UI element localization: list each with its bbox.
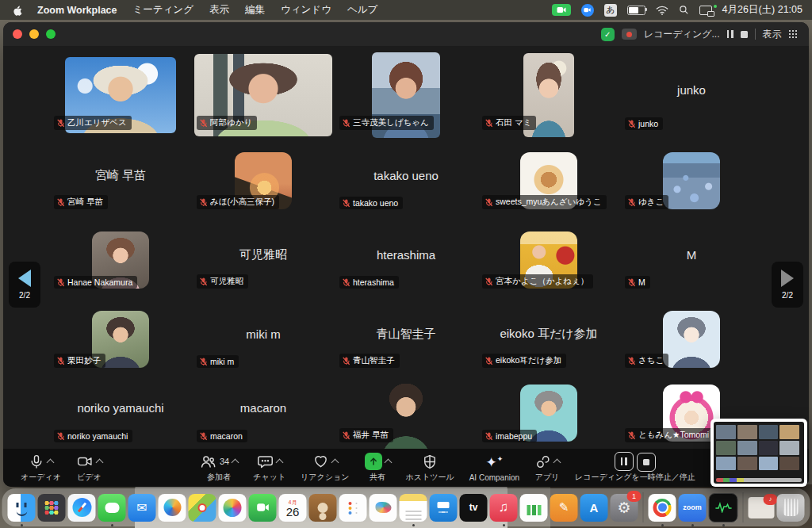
chevron-up-icon[interactable] (47, 459, 55, 467)
participant-tile[interactable]: macaronmacaron (192, 379, 335, 447)
recording-indicator-icon (622, 29, 637, 40)
calendar-day: 26 (286, 506, 300, 518)
dock-icon-safari[interactable] (68, 494, 96, 522)
menu-window[interactable]: ウィンドウ (281, 3, 331, 17)
participant-nameplate: 宮本かよこ（かよねぇ） (482, 274, 593, 289)
menubar-clock[interactable]: 4月26日(土) 21:05 (722, 3, 802, 17)
participant-tile[interactable]: hterashimahterashima (335, 220, 477, 300)
menubar-app-name[interactable]: Zoom Workplace (37, 5, 117, 16)
chevron-up-icon[interactable] (553, 459, 561, 467)
participant-tile[interactable]: 乙川エリザベス (49, 49, 192, 141)
dock-icon-freeform[interactable] (370, 494, 397, 522)
toolbar-apps-button[interactable]: アプリ (534, 453, 560, 483)
participant-tile[interactable]: 宮崎 早苗宮崎 早苗 (49, 141, 192, 220)
dock-icon-photos[interactable] (219, 494, 247, 522)
participant-tile[interactable]: ゆきこ (620, 141, 763, 220)
dock-icon-numbers[interactable] (520, 494, 548, 522)
dock-icon-pages[interactable]: ✎ (550, 494, 578, 522)
participant-tile[interactable]: みほ(小高三保子) (192, 141, 335, 220)
dock-icon-trash[interactable] (777, 494, 805, 522)
participant-tile[interactable]: 阿部ゆかり (192, 49, 335, 141)
participant-tile[interactable]: 三寺茂美しげちゃん (335, 49, 477, 141)
participant-tile[interactable]: 栗田妙子 (49, 300, 192, 379)
view-button-label[interactable]: 表示 (763, 28, 782, 41)
menu-help[interactable]: ヘルプ (347, 3, 377, 17)
participant-tile[interactable]: sweets_myuあんざいゆうこ (477, 141, 620, 220)
close-window-button[interactable] (13, 29, 22, 39)
apple-menu-icon[interactable] (13, 4, 23, 16)
participant-tile[interactable]: 青山智圭子青山智圭子 (335, 300, 477, 379)
toolbar-chat-button[interactable]: チャット (253, 453, 285, 483)
dock-icon-mail[interactable]: ✉ (128, 494, 156, 522)
dock-icon-app-store[interactable]: A (580, 494, 608, 522)
chevron-up-icon[interactable] (95, 459, 103, 467)
previous-page-button[interactable]: 2/2 (9, 262, 40, 308)
input-method-icon[interactable]: あ (604, 4, 617, 17)
participant-tile[interactable]: MM (620, 220, 763, 300)
dock-icon-calendar[interactable]: 4月26 (279, 494, 307, 522)
menu-meeting[interactable]: ミーティング (132, 3, 193, 17)
dock-icon-music[interactable]: ♫ (490, 494, 518, 522)
battery-icon[interactable] (627, 6, 645, 15)
dock-icon-downloads[interactable]: ♪ (749, 497, 775, 518)
dock-icon-keynote[interactable] (430, 494, 458, 522)
menu-view[interactable]: 表示 (209, 3, 229, 17)
participant-tile[interactable]: 宮本かよこ（かよねぇ） (477, 220, 620, 300)
minimize-window-button[interactable] (29, 29, 39, 39)
dock-icon-apple-tv[interactable]: tv (460, 494, 488, 522)
meeting-security-shield-icon[interactable]: ✓ (601, 28, 615, 41)
participant-tile[interactable]: imabeppu (477, 379, 620, 447)
chevron-up-icon[interactable] (232, 459, 239, 467)
dock-icon-facetime[interactable] (249, 494, 277, 522)
dock-icon-zoom[interactable]: zoom (679, 494, 707, 522)
participant-nameplate: takako ueno (339, 197, 403, 209)
dock-icon-maps[interactable] (189, 494, 216, 522)
dock-icon-launchpad[interactable] (38, 494, 66, 522)
participant-tile[interactable]: 福井 早苗 (335, 379, 477, 447)
screenshot-preview[interactable] (710, 419, 807, 487)
dock-icon-chrome[interactable] (649, 494, 676, 522)
participant-tile[interactable]: junkojunko (620, 49, 763, 141)
pause-recording-icon[interactable] (727, 30, 733, 38)
muted-mic-icon (628, 277, 635, 287)
screen-mirroring-icon[interactable] (699, 6, 712, 15)
chevron-up-icon[interactable] (331, 459, 339, 467)
dock-icon-settings[interactable]: ⚙1 (611, 494, 638, 522)
camera-active-icon[interactable] (552, 4, 571, 16)
toolbar-sparkle-button[interactable]: ✦✦AI Companion (469, 454, 519, 482)
participant-tile[interactable]: さちこ (620, 300, 763, 379)
dock-icon-messages[interactable] (98, 494, 126, 522)
participant-display-name: hterashima (377, 248, 435, 262)
next-page-button[interactable]: 2/2 (772, 262, 803, 308)
toolbar-microphone-button[interactable]: オーディオ (21, 453, 61, 483)
toolbar-shield-button[interactable]: ホストツール (406, 453, 454, 483)
dock-icon-activity[interactable] (709, 493, 738, 522)
participant-tile[interactable]: 石田 マミ (477, 49, 620, 141)
wifi-icon[interactable] (656, 6, 668, 15)
zoom-status-icon[interactable] (581, 4, 594, 17)
toolbar-heart-button[interactable]: リアクション (301, 453, 349, 483)
participant-tile[interactable]: Hanae Nakamura (49, 220, 192, 300)
dock-icon-finder[interactable] (8, 494, 36, 522)
dock-icon-reminders[interactable] (339, 494, 367, 522)
toolbar-share-button[interactable]: 共有 (365, 453, 391, 483)
participant-tile[interactable]: 可児雅昭可児雅昭 (192, 220, 335, 300)
participant-nameplate: Hanae Nakamura (54, 276, 137, 289)
participant-tile[interactable]: takako uenotakako ueno (335, 141, 477, 220)
fullscreen-window-button[interactable] (46, 29, 56, 39)
participant-tile[interactable]: noriko yamauchinoriko yamauchi (49, 379, 192, 447)
participant-tile[interactable]: eikoko 耳だけ参加eikoko耳だけ参加 (477, 300, 620, 379)
toolbar-video-camera-button[interactable]: ビデオ (76, 453, 102, 483)
dock-icon-contacts[interactable] (309, 494, 337, 522)
toolbar-pause-stop-button[interactable]: レコーディングを一時停止／停止 (575, 453, 695, 483)
chevron-up-icon[interactable] (384, 459, 392, 467)
menu-edit[interactable]: 編集 (245, 3, 265, 17)
chevron-up-icon[interactable] (275, 459, 283, 467)
participant-tile[interactable]: miki mmiki m (192, 300, 335, 379)
dock-icon-notes[interactable] (400, 494, 427, 522)
dock-icon-edge[interactable] (159, 494, 186, 522)
toolbar-participants-button[interactable]: 34参加者 (200, 453, 238, 483)
stop-recording-icon[interactable] (741, 31, 748, 38)
spotlight-search-icon[interactable] (679, 5, 689, 15)
gallery-view-icon[interactable] (789, 30, 791, 33)
